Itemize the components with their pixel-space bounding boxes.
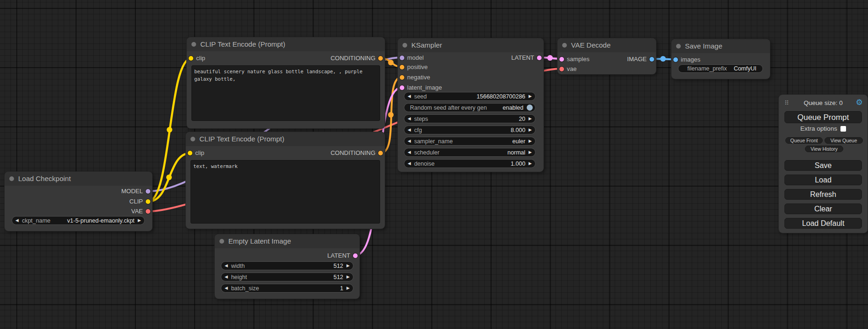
link-dot[interactable]	[660, 56, 666, 62]
prev-arrow-icon[interactable]: ◀	[408, 92, 411, 101]
prompt-textarea[interactable]: text, watermark	[191, 160, 380, 224]
widget-label: ckpt_name	[22, 217, 50, 224]
refresh-button[interactable]: Refresh	[784, 189, 862, 200]
link-dot[interactable]	[547, 55, 553, 61]
toggle-indicator[interactable]	[527, 105, 533, 111]
load-button[interactable]: Load	[784, 175, 862, 185]
denoise-widget[interactable]: ◀denoise1.000▶	[404, 159, 536, 168]
prev-arrow-icon[interactable]: ◀	[15, 216, 19, 225]
link-dot[interactable]	[167, 127, 172, 133]
widget-label: sampler_name	[414, 138, 453, 145]
input-port-model[interactable]	[400, 56, 404, 60]
load-default-button[interactable]: Load Default	[784, 218, 862, 229]
next-arrow-icon[interactable]: ▶	[138, 216, 141, 225]
input-port-clip[interactable]	[188, 151, 192, 155]
cfg-widget[interactable]: ◀cfg8.000▶	[404, 126, 536, 134]
clear-button[interactable]: Clear	[784, 203, 862, 214]
random-seed-toggle[interactable]: Random seed after every genenabled	[404, 103, 536, 112]
ckpt-name-widget[interactable]: ◀ ckpt_name v1-5-pruned-emaonly.ckpt ▶	[12, 216, 145, 225]
scheduler-widget[interactable]: ◀schedulernormal▶	[404, 148, 536, 157]
input-port-clip[interactable]	[189, 56, 193, 61]
prev-arrow-icon[interactable]: ◀	[408, 159, 411, 168]
output-port-image[interactable]	[649, 57, 654, 62]
output-port-clip[interactable]	[146, 199, 150, 204]
node-ksampler[interactable]: KSampler model LATENT positive negative …	[398, 38, 543, 172]
steps-widget[interactable]: ◀steps20▶	[404, 114, 536, 123]
output-port-latent[interactable]	[537, 56, 542, 60]
input-port-samples[interactable]	[559, 57, 564, 62]
link-dot[interactable]	[388, 60, 394, 65]
prev-arrow-icon[interactable]: ◀	[225, 273, 228, 281]
node-save-image[interactable]: Save Image images filename_prefixComfyUI	[671, 39, 770, 79]
node-title-bar[interactable]: Load Checkpoint	[5, 172, 152, 186]
drag-handle-icon[interactable]: ⠿	[784, 98, 789, 108]
view-queue-button[interactable]: View Queue	[825, 137, 863, 144]
next-arrow-icon[interactable]: ▶	[529, 137, 532, 146]
filename-prefix-widget[interactable]: filename_prefixComfyUI	[678, 64, 763, 73]
output-label-image: IMAGE	[627, 56, 647, 63]
output-port-latent[interactable]	[353, 253, 358, 258]
seed-widget[interactable]: ◀seed156680208700286▶	[404, 92, 536, 101]
node-load-checkpoint[interactable]: Load Checkpoint MODEL CLIP VAE ◀ ckpt_na…	[5, 172, 152, 231]
next-arrow-icon[interactable]: ▶	[529, 159, 532, 168]
extra-options-checkbox[interactable]	[840, 126, 846, 132]
collapse-dot-icon[interactable]	[219, 239, 224, 244]
link-dot[interactable]	[388, 112, 394, 118]
queue-front-button[interactable]: Queue Front	[785, 137, 823, 144]
graph-canvas[interactable]: Load Checkpoint MODEL CLIP VAE ◀ ckpt_na…	[0, 0, 868, 329]
prev-arrow-icon[interactable]: ◀	[408, 126, 411, 134]
queue-prompt-button[interactable]: Queue Prompt	[784, 111, 862, 123]
prompt-textarea[interactable]: beautiful scenery nature glass bottle la…	[191, 65, 380, 121]
output-port-conditioning[interactable]	[378, 151, 383, 155]
queue-size-label: Queue size: 0	[804, 99, 842, 106]
collapse-dot-icon[interactable]	[191, 42, 196, 47]
collapse-dot-icon[interactable]	[191, 137, 195, 141]
collapse-dot-icon[interactable]	[402, 43, 407, 48]
node-vae-decode[interactable]: VAE Decode samples IMAGE vae	[557, 38, 656, 74]
prev-arrow-icon[interactable]: ◀	[408, 148, 411, 157]
output-port-model[interactable]	[146, 189, 150, 194]
input-port-latent-image[interactable]	[400, 85, 404, 90]
settings-gear-icon[interactable]: ⚙	[856, 98, 863, 107]
prev-arrow-icon[interactable]: ◀	[225, 261, 228, 270]
node-title-bar[interactable]: Empty Latent Image	[215, 234, 360, 248]
input-port-negative[interactable]	[400, 75, 404, 80]
link-dot[interactable]	[166, 175, 172, 180]
node-title-bar[interactable]: CLIP Text Encode (Prompt)	[186, 132, 385, 146]
widget-label: seed	[414, 93, 427, 100]
collapse-dot-icon[interactable]	[562, 43, 567, 48]
next-arrow-icon[interactable]: ▶	[529, 114, 532, 123]
collapse-dot-icon[interactable]	[9, 176, 14, 181]
output-port-vae[interactable]	[146, 209, 150, 214]
node-title-bar[interactable]: VAE Decode	[557, 38, 656, 52]
node-clip-text-encode-negative[interactable]: CLIP Text Encode (Prompt) clip CONDITION…	[186, 132, 385, 229]
prev-arrow-icon[interactable]: ◀	[408, 114, 411, 123]
input-port-vae[interactable]	[559, 67, 564, 71]
prev-arrow-icon[interactable]: ◀	[408, 137, 411, 146]
collapse-dot-icon[interactable]	[676, 44, 681, 49]
next-arrow-icon[interactable]: ▶	[346, 261, 350, 270]
input-label-samples: samples	[567, 56, 589, 63]
next-arrow-icon[interactable]: ▶	[346, 284, 350, 293]
widget-value: 1	[340, 285, 343, 292]
input-port-images[interactable]	[673, 57, 678, 62]
input-port-positive[interactable]	[400, 65, 404, 70]
input-label-positive: positive	[407, 63, 428, 71]
node-empty-latent-image[interactable]: Empty Latent Image LATENT ◀width512▶ ◀he…	[215, 234, 360, 299]
node-title-bar[interactable]: KSampler	[398, 38, 543, 52]
next-arrow-icon[interactable]: ▶	[346, 273, 350, 281]
next-arrow-icon[interactable]: ▶	[529, 126, 532, 134]
sampler-name-widget[interactable]: ◀sampler_nameeuler▶	[404, 137, 536, 146]
view-history-button[interactable]: View History	[805, 146, 843, 152]
node-clip-text-encode-positive[interactable]: CLIP Text Encode (Prompt) clip CONDITION…	[187, 37, 385, 128]
prev-arrow-icon[interactable]: ◀	[225, 284, 228, 293]
batch-size-widget[interactable]: ◀batch_size1▶	[221, 284, 353, 293]
next-arrow-icon[interactable]: ▶	[529, 148, 532, 157]
output-port-conditioning[interactable]	[378, 56, 383, 61]
width-widget[interactable]: ◀width512▶	[221, 261, 353, 270]
height-widget[interactable]: ◀height512▶	[221, 273, 353, 281]
next-arrow-icon[interactable]: ▶	[529, 92, 532, 101]
node-title-bar[interactable]: CLIP Text Encode (Prompt)	[187, 37, 385, 51]
save-button[interactable]: Save	[784, 160, 862, 171]
node-title-bar[interactable]: Save Image	[671, 39, 770, 53]
